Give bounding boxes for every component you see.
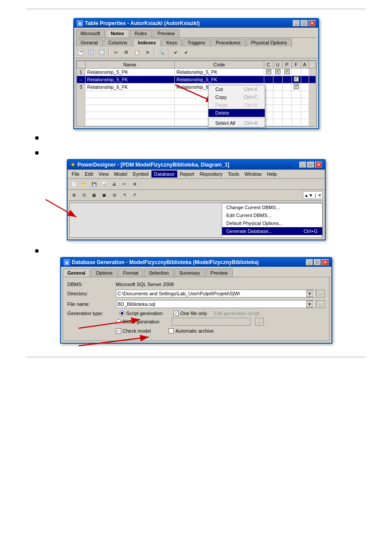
direct-gen-radio[interactable]: [116, 319, 121, 324]
menu-tools[interactable]: Tools: [225, 170, 242, 178]
pd-tool-6[interactable]: ✂: [120, 180, 129, 189]
pd-minimize-btn[interactable]: _: [299, 162, 306, 168]
row2-a[interactable]: [301, 76, 309, 83]
pd-tool2-1[interactable]: ⊞: [69, 191, 79, 200]
script-gen-radio[interactable]: [119, 311, 125, 316]
pd-tool-open[interactable]: 📂: [79, 180, 89, 189]
dbgen-minimize-btn[interactable]: _: [306, 259, 313, 265]
menu-change-dbms[interactable]: Change Current DBMS...: [222, 203, 322, 211]
row1-p[interactable]: [282, 69, 291, 76]
dbgen-tab-selection[interactable]: Selection: [144, 268, 173, 277]
minimize-button[interactable]: _: [293, 20, 300, 26]
dbgen-tab-summary[interactable]: Summary: [175, 268, 205, 277]
toolbar-validate-btn[interactable]: ✔: [171, 48, 180, 57]
ctx-copy[interactable]: Copy Ctrl+C: [209, 93, 265, 101]
menu-view[interactable]: View: [96, 170, 111, 178]
auto-archive-checkbox[interactable]: [169, 328, 174, 334]
menu-apply-model[interactable]: Apply Model Changes to Database...: [222, 235, 322, 238]
row2-p[interactable]: [282, 76, 291, 83]
direct-gen-browse-btn[interactable]: …: [255, 318, 264, 326]
toolbar-copy-btn[interactable]: ⧉: [122, 48, 131, 57]
dbgen-close-btn[interactable]: ✕: [322, 259, 329, 265]
pd-tool-5[interactable]: 🖨: [110, 180, 119, 189]
row1-c[interactable]: [264, 69, 273, 76]
check-model-checkbox[interactable]: ✓: [116, 328, 121, 334]
menu-model[interactable]: Model: [111, 170, 130, 178]
pd-close-btn[interactable]: ✕: [315, 162, 322, 168]
directory-combo[interactable]: C:\Documents and Settings\Lab_User\Pulpi…: [116, 290, 315, 297]
pd-tool2-3[interactable]: ▦: [90, 191, 99, 200]
row1-f[interactable]: [291, 69, 301, 76]
menu-report[interactable]: Report: [177, 170, 197, 178]
tab-columns[interactable]: Columns: [104, 39, 132, 47]
row3-p[interactable]: [282, 83, 291, 91]
row3-u[interactable]: [273, 83, 282, 91]
tab-preview[interactable]: Preview: [153, 29, 180, 37]
menu-generate-database[interactable]: Generate Database... Ctrl+G: [222, 227, 322, 235]
tab-triggers[interactable]: Triggers: [183, 39, 210, 47]
menu-file[interactable]: File: [69, 170, 83, 178]
menu-help[interactable]: Help: [264, 170, 280, 178]
script-gen-option[interactable]: Script generation: [119, 311, 163, 316]
table-row[interactable]: → Relationship_5_FK Relationship_5_FK: [76, 76, 316, 83]
toolbar-new-btn[interactable]: [76, 48, 86, 57]
tab-indexes[interactable]: Indexes: [133, 39, 161, 47]
row3-a[interactable]: [301, 83, 309, 91]
maximize-button[interactable]: □: [301, 20, 308, 26]
menu-default-physical[interactable]: Default Physical Options...: [222, 219, 322, 227]
auto-archive-option[interactable]: Automatic archive: [169, 328, 214, 334]
dbgen-tab-preview[interactable]: Preview: [206, 268, 233, 277]
filename-combo-arrow[interactable]: ▼: [306, 301, 313, 308]
zoom-control[interactable]: ▲▼ | ✕: [303, 191, 322, 199]
pd-tool-save[interactable]: 💾: [90, 180, 99, 189]
tab-keys[interactable]: Keys: [162, 39, 182, 47]
one-file-checkbox[interactable]: ✓: [173, 311, 179, 316]
tab-procedures[interactable]: Procedures: [211, 39, 245, 47]
dbgen-maximize-btn[interactable]: □: [314, 259, 321, 265]
row2-c[interactable]: [264, 76, 273, 83]
filename-browse-btn[interactable]: …: [316, 300, 325, 308]
dbgen-tab-options[interactable]: Options: [91, 268, 117, 277]
toolbar-paste-btn[interactable]: 📋: [132, 48, 142, 57]
row2-u[interactable]: [273, 76, 282, 83]
ctx-cut[interactable]: Cut Ctrl+X: [209, 85, 265, 93]
pd-tool2-2[interactable]: ⊡: [79, 191, 89, 200]
toolbar-cut-btn[interactable]: ✂: [111, 48, 121, 57]
directory-combo-arrow[interactable]: ▼: [306, 290, 313, 297]
dbgen-tab-format[interactable]: Format: [118, 268, 143, 277]
row1-u[interactable]: [273, 69, 282, 76]
pd-tool2-6[interactable]: ↰: [120, 191, 129, 200]
row3-f[interactable]: [291, 83, 301, 91]
pd-tool2-7[interactable]: ↱: [130, 191, 140, 200]
tab-rules[interactable]: Rules: [130, 29, 152, 37]
tab-general[interactable]: General: [76, 39, 103, 47]
pd-tool-7[interactable]: ⧉: [130, 180, 140, 189]
toolbar-find-btn[interactable]: 🔍: [157, 48, 166, 57]
one-file-option[interactable]: ✓ One file only: [173, 311, 207, 316]
tab-physical-options[interactable]: Physical Options: [246, 39, 292, 47]
pd-tool-new[interactable]: 📄: [69, 180, 79, 189]
table-row[interactable]: 1 Relationship_5_PK Relationship_5_PK: [76, 69, 316, 76]
row2-f[interactable]: [291, 76, 301, 83]
menu-symbol[interactable]: Symbol: [130, 170, 151, 178]
menu-database[interactable]: Database: [151, 170, 177, 178]
menu-edit-dbms[interactable]: Edit Current DBMS...: [222, 211, 322, 219]
toolbar-validate2-btn[interactable]: ✔: [181, 48, 191, 57]
dbgen-tab-general[interactable]: General: [63, 268, 90, 277]
close-button[interactable]: ✕: [309, 20, 316, 26]
ctx-select-all[interactable]: Select All Ctrl+A: [209, 119, 265, 127]
row1-a[interactable]: [301, 69, 309, 76]
menu-window[interactable]: Window: [242, 170, 264, 178]
toolbar-insert-btn[interactable]: [97, 48, 107, 57]
row3-c[interactable]: [264, 83, 273, 91]
pd-maximize-btn[interactable]: □: [307, 162, 314, 168]
directory-browse-btn[interactable]: …: [316, 290, 325, 297]
ctx-delete[interactable]: Delete: [209, 109, 265, 117]
pd-tool2-4[interactable]: ▣: [100, 191, 109, 200]
pd-tool-4[interactable]: 📊: [100, 180, 109, 189]
check-model-option[interactable]: ✓ Check model: [116, 328, 151, 334]
toolbar-delete-btn[interactable]: ✕: [143, 48, 152, 57]
tab-notes[interactable]: Notes: [106, 29, 129, 37]
filename-combo[interactable]: BD_Biblioteka.sql ▼: [116, 300, 315, 308]
tab-microsoft[interactable]: Microsoft: [76, 29, 105, 37]
